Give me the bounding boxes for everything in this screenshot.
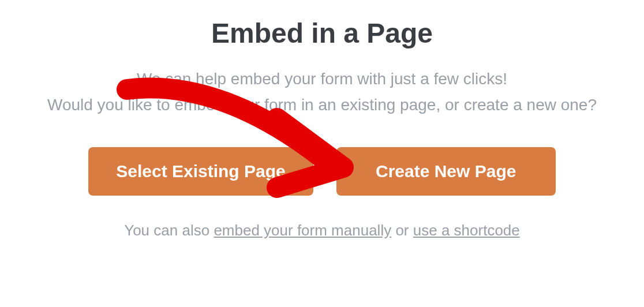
footer-prefix: You can also [124, 222, 214, 239]
description-text: We can help embed your form with just a … [47, 66, 597, 118]
select-existing-page-button[interactable]: Select Existing Page [88, 147, 313, 196]
footer-text: You can also embed your form manually or… [124, 222, 520, 239]
embed-manually-link[interactable]: embed your form manually [214, 222, 391, 239]
create-new-page-button[interactable]: Create New Page [336, 147, 556, 196]
button-row: Select Existing Page Create New Page [88, 147, 555, 196]
description-line-2: Would you like to embed your form in an … [47, 96, 597, 114]
use-shortcode-link[interactable]: use a shortcode [413, 222, 520, 239]
footer-middle: or [391, 222, 413, 239]
page-title: Embed in a Page [211, 17, 433, 49]
description-line-1: We can help embed your form with just a … [137, 70, 507, 88]
